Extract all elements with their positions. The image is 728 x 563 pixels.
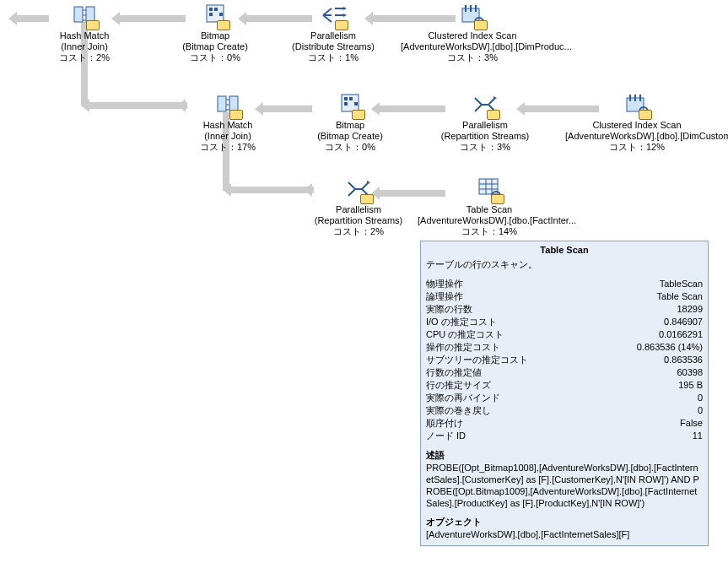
node-subtitle: (Distribute Streams) <box>283 41 384 52</box>
svg-rect-24 <box>344 102 348 106</box>
svg-rect-22 <box>344 97 348 100</box>
tooltip-object-label: オブジェクト <box>426 516 703 528</box>
tooltip-property-key: CPU の推定コスト <box>426 328 504 341</box>
parallelism-icon <box>320 2 347 29</box>
tooltip-property-value: TableScan <box>660 278 703 290</box>
node-title: Parallelism <box>283 30 384 41</box>
node-title: Bitmap <box>164 30 266 41</box>
node-title: Hash Match <box>177 120 278 131</box>
tooltip-property-value: 0 <box>698 404 703 417</box>
tooltip-property-key: 実際の行数 <box>426 303 472 316</box>
tooltip-property-key: ノード ID <box>426 430 466 442</box>
node-cost: コスト：3% <box>401 52 544 63</box>
svg-rect-25 <box>354 102 358 106</box>
tooltip-object-text: [AdventureWorksDW].[dbo].[FactInternetSa… <box>426 528 703 540</box>
hash-match-icon <box>71 2 98 29</box>
node-subtitle: (Inner Join) <box>177 131 278 142</box>
plan-node-parallelism-3[interactable]: Parallelism (Repartition Streams) コスト：2% <box>287 176 430 237</box>
node-cost: コスト：17% <box>177 142 278 153</box>
node-cost: コスト：0% <box>299 142 401 153</box>
svg-rect-6 <box>209 8 213 11</box>
tooltip-property-row: 行数の推定値60398 <box>426 366 703 379</box>
node-title: Parallelism <box>287 204 430 215</box>
tooltip-property-row: 行の推定サイズ195 B <box>426 379 703 392</box>
node-title: Clustered Index Scan <box>565 120 709 131</box>
tooltip-property-row: 物理操作TableScan <box>426 278 703 290</box>
tooltip-properties: 物理操作TableScan論理操作Table Scan実際の行数18299I/O… <box>426 278 703 442</box>
plan-node-bitmap-1[interactable]: Bitmap (Bitmap Create) コスト：0% <box>164 2 266 63</box>
tooltip-property-value: 0.846907 <box>664 316 703 328</box>
tooltip-property-value: Table Scan <box>657 290 703 303</box>
tooltip-property-row: 実際の行数18299 <box>426 303 703 316</box>
node-subtitle: (Bitmap Create) <box>164 41 266 52</box>
plan-node-parallelism-1[interactable]: Parallelism (Distribute Streams) コスト：1% <box>283 2 384 63</box>
node-cost: コスト：2% <box>34 52 135 63</box>
node-cost: コスト：3% <box>413 142 557 153</box>
tooltip-property-value: 0.863536 (14%) <box>637 341 703 354</box>
plan-node-cis-2[interactable]: Clustered Index Scan [AdventureWorksDW].… <box>565 91 709 153</box>
arrow <box>88 102 187 109</box>
tooltip-property-value: 11 <box>693 430 703 442</box>
tooltip-predicate-text: PROBE([Opt_Bitmap1008],[AdventureWorksDW… <box>426 462 703 509</box>
tooltip-property-row: サブツリーの推定コスト0.863536 <box>426 354 703 366</box>
tooltip-property-value: 0 <box>698 392 703 404</box>
tooltip-property-value: 195 B <box>678 379 703 392</box>
node-cost: コスト：1% <box>283 52 384 63</box>
tooltip-property-key: I/O の推定コスト <box>426 316 497 328</box>
tooltip-property-row: 操作の推定コスト0.863536 (14%) <box>426 341 703 354</box>
node-subtitle: (Bitmap Create) <box>299 131 401 142</box>
tooltip-property-key: サブツリーの推定コスト <box>426 354 528 366</box>
node-subtitle: [AdventureWorksDW].[dbo].[DimCustom... <box>565 131 709 142</box>
svg-rect-9 <box>219 13 223 16</box>
node-title: Hash Match <box>34 30 135 41</box>
tooltip-property-key: 順序付け <box>426 417 463 430</box>
svg-rect-16 <box>218 96 226 111</box>
plan-node-bitmap-2[interactable]: Bitmap (Bitmap Create) コスト：0% <box>299 91 401 153</box>
tooltip-property-key: 行数の推定値 <box>426 366 482 379</box>
svg-rect-0 <box>74 7 83 22</box>
tooltip-property-value: False <box>680 417 703 430</box>
parallelism-icon <box>472 91 499 118</box>
tooltip-property-row: 順序付けFalse <box>426 417 703 430</box>
node-subtitle: [AdventureWorksDW].[dbo.[FactInter... <box>418 215 561 226</box>
svg-marker-10 <box>343 7 347 10</box>
node-tooltip: Table Scan テーブルの行のスキャン。 物理操作TableScan論理操… <box>420 241 709 546</box>
node-cost: コスト：12% <box>565 142 709 153</box>
tooltip-property-value: 0.863536 <box>664 354 703 366</box>
tooltip-title: Table Scan <box>426 245 703 258</box>
tooltip-property-row: CPU の推定コスト0.0166291 <box>426 328 703 341</box>
tooltip-property-value: 0.0166291 <box>659 328 703 341</box>
tooltip-property-value: 18299 <box>677 303 703 316</box>
tooltip-property-row: 論理操作Table Scan <box>426 290 703 303</box>
plan-node-parallelism-2[interactable]: Parallelism (Repartition Streams) コスト：3% <box>413 91 557 153</box>
node-cost: コスト：14% <box>418 226 561 237</box>
svg-rect-8 <box>209 13 213 16</box>
parallelism-icon <box>345 176 372 203</box>
bitmap-icon <box>337 91 364 118</box>
tooltip-property-key: 実際の再バインド <box>426 392 500 404</box>
plan-node-hash-match-2[interactable]: Hash Match (Inner Join) コスト：17% <box>177 91 278 153</box>
plan-node-hash-match-1[interactable]: Hash Match (Inner Join) コスト：2% <box>34 2 135 63</box>
clustered-index-scan-icon <box>623 91 650 118</box>
tooltip-predicate-label: 述語 <box>426 449 703 462</box>
node-subtitle: [AdventureWorksDW].[dbo].[DimProduc... <box>401 41 544 52</box>
table-scan-icon <box>476 176 503 203</box>
node-cost: コスト：2% <box>287 226 430 237</box>
tooltip-property-row: ノード ID11 <box>426 430 703 442</box>
plan-node-cis-1[interactable]: Clustered Index Scan [AdventureWorksDW].… <box>401 2 544 63</box>
tooltip-property-row: 実際の再バインド0 <box>426 392 703 404</box>
svg-rect-23 <box>349 97 353 100</box>
tooltip-property-row: I/O の推定コスト0.846907 <box>426 316 703 328</box>
tooltip-property-row: 実際の巻き戻し0 <box>426 404 703 417</box>
svg-marker-11 <box>343 14 347 17</box>
clustered-index-scan-icon <box>459 2 486 29</box>
tooltip-property-key: 物理操作 <box>426 278 463 290</box>
tooltip-property-key: 操作の推定コスト <box>426 341 500 354</box>
node-title: Bitmap <box>299 120 401 131</box>
tooltip-property-key: 論理操作 <box>426 290 463 303</box>
node-cost: コスト：0% <box>164 52 266 63</box>
svg-rect-7 <box>214 8 218 11</box>
node-subtitle: (Inner Join) <box>34 41 135 52</box>
node-title: Parallelism <box>413 120 557 131</box>
plan-node-table-scan[interactable]: Table Scan [AdventureWorksDW].[dbo.[Fact… <box>418 176 561 237</box>
